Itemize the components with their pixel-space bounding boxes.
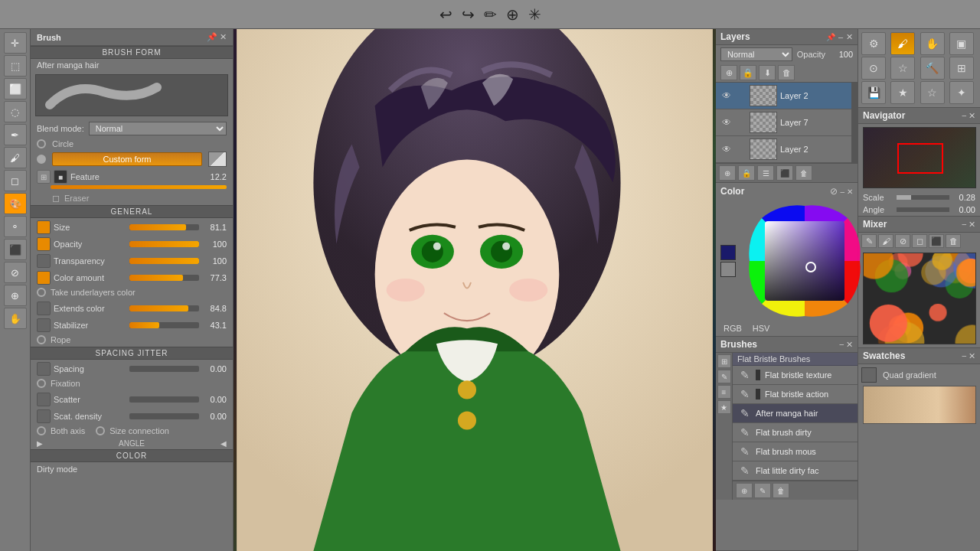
spray-icon[interactable]: ✳ bbox=[528, 5, 541, 24]
blend-tool[interactable]: ⚬ bbox=[4, 216, 27, 237]
layer-blend-select[interactable]: Normal bbox=[720, 47, 792, 61]
layer-item-1[interactable]: 👁 Layer 7 bbox=[716, 109, 851, 136]
layers-pin[interactable]: 📌 bbox=[826, 33, 835, 41]
both-axis-radio[interactable] bbox=[37, 426, 46, 435]
fill-tool[interactable]: ⬛ bbox=[4, 239, 27, 260]
layer-bottom-btn-3[interactable]: ☰ bbox=[757, 165, 774, 181]
mixer-btn-6[interactable]: 🗑 bbox=[946, 234, 961, 248]
layer-lock-btn[interactable]: 🔒 bbox=[740, 65, 756, 80]
swatches-close[interactable]: ✕ bbox=[969, 351, 975, 361]
mixer-btn-2[interactable]: 🖌 bbox=[878, 234, 893, 248]
rgb-label[interactable]: RGB bbox=[720, 324, 745, 333]
tool-star3-icon[interactable]: ☆ bbox=[920, 81, 945, 104]
custom-form-radio[interactable] bbox=[37, 155, 46, 164]
pen-tool[interactable]: ✒ bbox=[4, 124, 27, 145]
brush-strip-btn-2[interactable]: ✎ bbox=[717, 370, 731, 383]
layer-bottom-btn-1[interactable]: ⊕ bbox=[719, 165, 736, 181]
eyedropper-tool[interactable]: ⊘ bbox=[4, 262, 27, 283]
lasso-tool[interactable]: ◌ bbox=[4, 101, 27, 122]
redo-icon[interactable]: ↪ bbox=[462, 5, 475, 24]
mixer-btn-3[interactable]: ⊘ bbox=[895, 234, 910, 248]
brush-tool-icon[interactable]: ✏ bbox=[484, 5, 497, 24]
layer-scrollbar[interactable] bbox=[851, 83, 858, 163]
layer-bottom-btn-2[interactable]: 🔒 bbox=[738, 165, 755, 181]
color-close[interactable]: ✕ bbox=[847, 187, 853, 196]
mixer-pin[interactable]: – bbox=[962, 220, 966, 230]
scatter-track[interactable] bbox=[129, 396, 199, 403]
mixer-btn-5[interactable]: ⬛ bbox=[929, 234, 944, 248]
layer-eye-1[interactable]: 👁 bbox=[720, 116, 733, 129]
brush-bottom-btn-2[interactable]: ✎ bbox=[754, 483, 771, 498]
navigator-preview[interactable] bbox=[863, 127, 976, 188]
blend-mode-select[interactable]: Normal bbox=[89, 122, 227, 135]
layer-eye-2[interactable]: 👁 bbox=[720, 143, 733, 155]
selection-tool[interactable]: ⬜ bbox=[4, 78, 27, 99]
brush-item-3[interactable]: ✎ Flat brush dirty bbox=[733, 423, 858, 442]
color-pin[interactable]: – bbox=[840, 187, 844, 196]
stabilizer-track[interactable] bbox=[129, 322, 199, 328]
airbrush-icon[interactable]: ⊕ bbox=[506, 5, 519, 24]
bg-color-swatch[interactable] bbox=[720, 262, 736, 277]
fg-color-swatch[interactable] bbox=[720, 245, 736, 260]
undo-icon[interactable]: ↩ bbox=[439, 5, 452, 24]
nav-pin[interactable]: – bbox=[962, 111, 966, 121]
tool-settings-icon[interactable]: ⚙ bbox=[861, 32, 886, 55]
brush-item-5[interactable]: ✎ Flat little dirty fac bbox=[733, 461, 858, 481]
hsv-label[interactable]: HSV bbox=[750, 324, 773, 333]
extends-color-track[interactable] bbox=[129, 305, 199, 311]
scat-density-track[interactable] bbox=[129, 413, 199, 419]
brushes-pin[interactable]: – bbox=[839, 340, 844, 350]
brush-bottom-btn-3[interactable]: 🗑 bbox=[773, 483, 789, 498]
angle-expand-left[interactable]: ▶ bbox=[37, 439, 43, 448]
zoom-tool[interactable]: ⊕ bbox=[4, 285, 27, 306]
size-track[interactable] bbox=[129, 224, 199, 230]
tool-star4-icon[interactable]: ✦ bbox=[949, 81, 974, 104]
color-wheel[interactable] bbox=[743, 200, 866, 322]
brush-item-1[interactable]: ✎ Flat bristle action bbox=[733, 385, 858, 404]
opacity-track[interactable] bbox=[129, 241, 199, 247]
circle-radio[interactable] bbox=[37, 139, 46, 148]
brush-item-4[interactable]: ✎ Flat brush mous bbox=[733, 442, 858, 461]
rope-radio[interactable] bbox=[37, 335, 46, 344]
tool-hammer-icon[interactable]: 🔨 bbox=[920, 57, 945, 80]
nav-close[interactable]: ✕ bbox=[969, 111, 975, 121]
brush-bottom-btn-1[interactable]: ⊕ bbox=[736, 483, 753, 498]
swatch-item-0[interactable]: Quad gradient bbox=[861, 367, 977, 383]
brush-panel-pin[interactable]: 📌 bbox=[207, 32, 217, 42]
tool-circle-icon[interactable]: ⊙ bbox=[861, 57, 886, 80]
tool-save-icon[interactable]: 💾 bbox=[861, 81, 886, 104]
brush-strip-btn-1[interactable]: ⊞ bbox=[717, 354, 731, 368]
custom-form-button[interactable]: Custom form bbox=[52, 152, 202, 166]
brushes-close[interactable]: ✕ bbox=[846, 340, 853, 350]
eraser-tool[interactable]: ◻ bbox=[4, 170, 27, 191]
nav-scale-slider[interactable] bbox=[897, 195, 949, 200]
layer-bottom-btn-5[interactable]: 🗑 bbox=[795, 165, 812, 181]
mixer-btn-4[interactable]: ◻ bbox=[912, 234, 927, 248]
tool-paint-icon[interactable]: 🖌 bbox=[890, 32, 915, 55]
brush-strip-btn-3[interactable]: ≡ bbox=[717, 385, 731, 399]
transparency-track[interactable] bbox=[129, 258, 199, 264]
spacing-track[interactable] bbox=[129, 366, 199, 372]
layers-close[interactable]: ✕ bbox=[846, 32, 853, 42]
tool-grid-icon[interactable]: ⊞ bbox=[949, 57, 974, 80]
cursor-tool[interactable]: ✛ bbox=[4, 32, 27, 54]
color-amount-track[interactable] bbox=[129, 275, 199, 281]
layer-item-2[interactable]: 👁 Layer 2 bbox=[716, 136, 851, 163]
layer-delete-btn[interactable]: 🗑 bbox=[778, 65, 795, 80]
layer-eye-0[interactable]: 👁 bbox=[720, 90, 733, 102]
brush-item-2[interactable]: ✎ After manga hair bbox=[733, 404, 858, 423]
fixation-radio[interactable] bbox=[37, 379, 46, 388]
canvas-image[interactable] bbox=[234, 29, 716, 551]
tool-star-icon[interactable]: ☆ bbox=[890, 57, 915, 80]
layer-merge-btn[interactable]: ⬇ bbox=[759, 65, 776, 80]
pan-tool[interactable]: ✋ bbox=[4, 308, 27, 329]
swatches-pin[interactable]: – bbox=[962, 351, 966, 361]
size-connection-radio[interactable] bbox=[96, 426, 105, 435]
nav-angle-slider[interactable] bbox=[897, 207, 949, 212]
brush-item-0[interactable]: ✎ Flat bristle texture bbox=[733, 366, 858, 385]
active-brush-tool[interactable]: 🎨 bbox=[4, 193, 27, 214]
tool-star2-icon[interactable]: ★ bbox=[890, 81, 915, 104]
brush-tool[interactable]: 🖌 bbox=[4, 147, 27, 168]
canvas-area[interactable] bbox=[234, 29, 716, 551]
take-underlayers-radio[interactable] bbox=[37, 288, 46, 297]
